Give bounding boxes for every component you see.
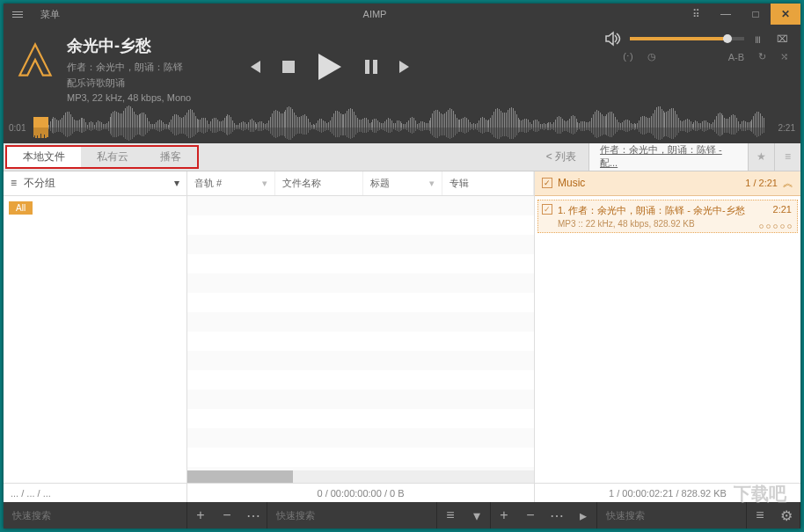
more-button-r[interactable]: ⋯	[544, 507, 570, 524]
col-filename[interactable]: 文件名称	[275, 171, 363, 195]
tab-private-cloud[interactable]: 私有云	[81, 147, 144, 167]
add-button-l[interactable]: +	[187, 507, 214, 523]
shuffle-icon[interactable]: ⤭	[780, 51, 788, 62]
aimp-logo-icon	[16, 40, 55, 79]
track-format: MP3, 22 kHz, 48 kbps, Mono	[67, 91, 225, 106]
playlist-menu-icon[interactable]: ≡	[774, 143, 800, 171]
grouping-label: 不分组	[24, 176, 55, 191]
svg-rect-0	[282, 61, 295, 73]
svg-rect-1	[365, 60, 369, 74]
menu-button-r[interactable]: ≡	[747, 507, 773, 523]
horizontal-scrollbar[interactable]	[187, 470, 534, 483]
caret-down-icon: ▾	[174, 177, 179, 189]
menu-button-m[interactable]: ≡	[437, 507, 464, 523]
equalizer-icon[interactable]: ⫼	[753, 33, 763, 45]
search-left[interactable]: 快速搜索	[4, 502, 187, 528]
playlist-name: Music	[558, 177, 585, 189]
playlist-check-icon[interactable]: ✓	[542, 178, 552, 188]
collapse-icon[interactable]: ︽	[783, 176, 793, 191]
playlist-item[interactable]: ✓ 1. 作者：余光中，朗诵：陈铎 - 余光中-乡愁 MP3 :: 22 kHz…	[537, 200, 798, 233]
stop-button[interactable]	[281, 60, 296, 74]
compact-icon[interactable]: ⠿	[681, 4, 711, 25]
favorite-icon[interactable]: ★	[748, 143, 774, 171]
prev-button[interactable]	[246, 59, 262, 75]
grouping-selector[interactable]: ≡ 不分组 ▾	[4, 171, 186, 196]
clock-icon[interactable]: ◷	[647, 51, 656, 62]
remove-button-l[interactable]: −	[214, 507, 240, 523]
menu-button[interactable]: 菜单	[32, 5, 69, 24]
minimize-button[interactable]: —	[711, 4, 741, 25]
item-meta: MP3 :: 22 kHz, 48 kbps, 828.92 KB	[558, 219, 792, 229]
settings-icon[interactable]: ⚙	[773, 507, 800, 524]
item-duration: 2:21	[773, 204, 792, 215]
time-elapsed: 0:01	[9, 122, 26, 132]
pause-button[interactable]	[364, 59, 378, 75]
stats-left: ... / ... / ...	[4, 484, 187, 502]
tab-local-files[interactable]: 本地文件	[7, 147, 81, 167]
ab-repeat-button[interactable]: A-B	[728, 52, 744, 62]
search-right[interactable]: 快速搜索	[597, 502, 747, 528]
file-list[interactable]	[187, 196, 534, 483]
repeat-icon[interactable]: ↻	[758, 51, 766, 62]
display-icon[interactable]: ⌧	[777, 33, 788, 45]
item-check-icon[interactable]: ✓	[542, 204, 552, 215]
stats-mid: 0 / 00:00:00:00 / 0 B	[187, 484, 535, 502]
close-button[interactable]: ✕	[771, 4, 800, 25]
playlist-tab[interactable]: 作者：余光中，朗诵：陈铎 - 配...	[589, 143, 748, 171]
track-author: 作者：余光中，朗诵：陈铎	[67, 60, 225, 76]
playlist-count: 1 / 2:21	[745, 178, 778, 188]
col-album[interactable]: 专辑	[442, 171, 534, 195]
svg-rect-2	[373, 60, 377, 74]
list-icon: ≡	[11, 177, 17, 189]
rating-dots[interactable]	[759, 224, 792, 229]
radio-icon[interactable]: (⋅)	[623, 51, 632, 62]
search-mid[interactable]: 快速搜索	[267, 502, 437, 528]
filter-tag-all[interactable]: All	[9, 201, 33, 215]
caret-button-m[interactable]: ▾	[464, 507, 490, 524]
volume-slider[interactable]	[630, 37, 744, 40]
track-title: 余光中-乡愁	[67, 35, 225, 56]
item-title: 1. 作者：余光中，朗诵：陈铎 - 余光中-乡愁	[558, 204, 792, 217]
col-title[interactable]: 标题▾	[363, 171, 442, 195]
next-button[interactable]	[398, 59, 413, 75]
tab-podcast[interactable]: 播客	[144, 147, 197, 167]
remove-button-r[interactable]: −	[517, 507, 544, 523]
waveform-seekbar[interactable]: 0:01 2:21	[4, 112, 800, 143]
app-title: AIMP	[69, 9, 681, 19]
track-album: 配乐诗歌朗诵	[67, 76, 225, 91]
add-button-r[interactable]: +	[491, 507, 517, 523]
play-button[interactable]	[315, 52, 345, 82]
volume-icon[interactable]	[605, 32, 621, 46]
next-track-icon[interactable]: ▸	[570, 507, 596, 524]
time-total: 2:21	[778, 122, 795, 132]
col-track-number[interactable]: 音轨 #▾	[187, 171, 275, 195]
main-menu-icon[interactable]	[4, 11, 32, 18]
back-to-list-button[interactable]: < 列表	[534, 143, 589, 171]
more-button-l[interactable]: ⋯	[240, 507, 267, 524]
maximize-button[interactable]: □	[741, 4, 771, 25]
watermark: 下载吧	[734, 482, 786, 506]
source-tabs-highlight: 本地文件 私有云 播客	[5, 145, 199, 169]
